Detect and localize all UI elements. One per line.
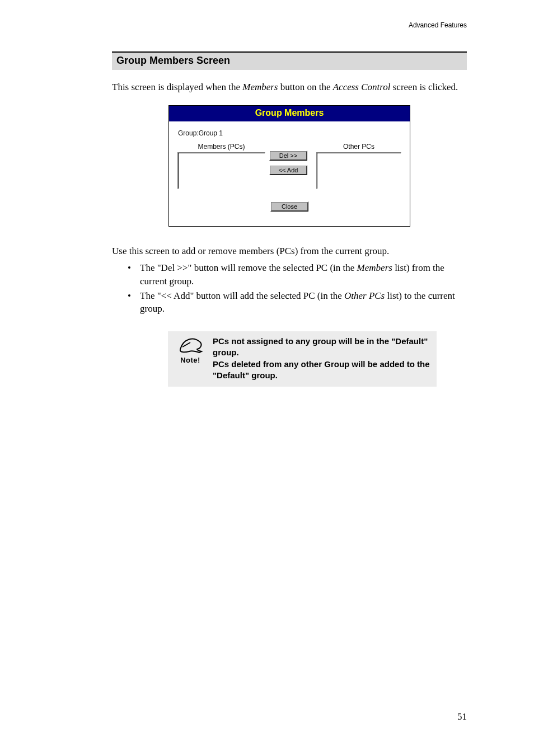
other-pcs-listbox[interactable] [316,152,401,189]
figure-title: Group Members [169,106,410,121]
figure-group-members: Group Members Group:Group 1 Members (PCs… [168,105,410,227]
intro-paragraph: This screen is displayed when the Member… [112,81,467,94]
intro-em-access-control: Access Control [333,82,391,92]
list-item: The "Del >>" button will remove the sele… [128,261,467,288]
del-button[interactable]: Del >> [269,151,307,161]
note-line: PCs not assigned to any group will be in… [213,336,428,357]
bullet-text: The "<< Add" button will add the selecte… [140,290,344,301]
figure-body: Group:Group 1 Members (PCs) Del >> << Ad… [169,121,410,226]
figure-close-row: Close [178,201,401,212]
section-heading: Group Members Screen [112,51,467,70]
page-number: 51 [457,711,467,722]
bullet-em: Other PCs [344,290,385,301]
note-icon: Note! [172,336,208,381]
note-text: PCs not assigned to any group will be in… [208,336,430,381]
figure-mid-col: Del >> << Add [269,151,312,175]
close-button[interactable]: Close [270,201,308,212]
note-box: Note! PCs not assigned to any group will… [168,331,437,387]
add-button[interactable]: << Add [269,165,307,175]
note-label: Note! [180,356,200,364]
bullet-text: The "Del >>" button will remove the sele… [140,262,357,273]
members-listbox[interactable] [177,152,265,189]
description-block: Use this screen to add or remove members… [112,246,467,316]
list-item: The "<< Add" button will add the selecte… [128,289,467,316]
figure-columns: Members (PCs) Del >> << Add Other PCs [178,143,401,189]
intro-em-members: Members [242,82,278,92]
figure-right-col: Other PCs [317,143,401,189]
description-lead: Use this screen to add or remove members… [112,246,467,257]
bullet-em: Members [357,262,392,273]
intro-text: screen is clicked. [390,82,458,92]
running-header: Advanced Features [112,21,467,29]
figure-group-label: Group:Group 1 [178,129,401,137]
document-page: Advanced Features Group Members Screen T… [0,0,534,756]
note-line: PCs deleted from any other Group will be… [213,359,430,380]
other-pcs-label: Other PCs [343,143,374,151]
bullet-list: The "Del >>" button will remove the sele… [128,261,467,316]
figure-left-col: Members (PCs) [178,143,265,189]
members-label: Members (PCs) [198,143,245,151]
intro-text: This screen is displayed when the [112,82,242,92]
intro-text: button on the [278,82,332,92]
